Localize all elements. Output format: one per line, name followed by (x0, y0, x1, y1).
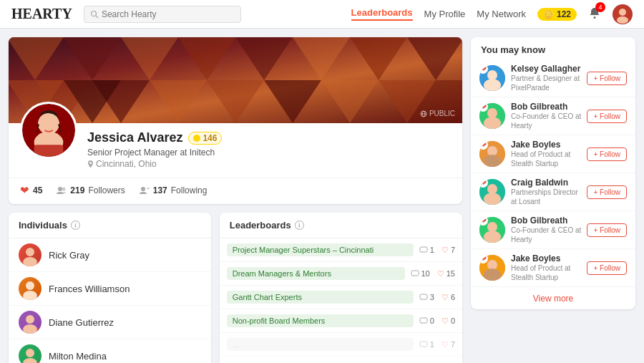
list-item: ❤ Jake Boyles Head of Product at Stealth… (471, 135, 635, 173)
follow-button[interactable]: + Follow (587, 147, 627, 161)
lb-comments: 3 (419, 293, 434, 301)
search-bar[interactable] (84, 6, 241, 23)
coin-count: 122 (557, 9, 571, 19)
svg-point-37 (26, 248, 34, 256)
ymk-avatar: ❤ (479, 179, 505, 205)
bottom-panels: Individuals i ❤ Rick Gray ❤ (9, 213, 462, 363)
heart-badge: ❤ (36, 326, 42, 334)
following-label: Following (171, 185, 208, 195)
list-item[interactable]: ❤ Milton Medina (9, 339, 211, 363)
individuals-info-icon[interactable]: i (71, 221, 80, 230)
ymk-header: You may know (471, 37, 635, 59)
list-item[interactable]: ❤ Diane Gutierrez (9, 306, 211, 339)
person-avatar: ❤ (19, 311, 42, 334)
svg-point-0 (91, 11, 96, 16)
search-input[interactable] (102, 9, 235, 19)
svg-rect-51 (411, 271, 419, 276)
ymk-role: Co-Founder & CEO at Hearty (511, 112, 581, 130)
ymk-role: Partner & Designer at PixelParade (511, 74, 581, 92)
heart-badge: ❤ (36, 293, 42, 300)
individuals-panel: Individuals i ❤ Rick Gray ❤ (9, 213, 211, 363)
person-name: Milton Medina (49, 351, 107, 362)
person-avatar: ❤ (19, 243, 42, 266)
svg-point-71 (487, 260, 497, 270)
lb-comment-count: 10 (421, 269, 430, 278)
lb-comment-count: 1 (430, 340, 434, 349)
following-stat: 137 Following (140, 185, 208, 195)
lb-hearts: ♡ 7 (441, 340, 455, 349)
ymk-name: Bob Gilbreath (511, 216, 581, 226)
list-item[interactable]: Project Manager Superstars – Cincinnati … (220, 238, 462, 262)
follow-button[interactable]: + Follow (587, 185, 627, 199)
svg-rect-54 (420, 342, 427, 347)
ymk-info: Craig Baldwin Partnerships Director at L… (511, 178, 581, 206)
ymk-role: Head of Product at Stealth Startup (511, 263, 581, 282)
nav-leaderboards[interactable]: Leaderboards (351, 7, 413, 21)
coin-icon: 🪙 (543, 9, 554, 19)
profile-stats: ❤ 45 219 Followers 137 Following (9, 178, 462, 204)
nav-my-network[interactable]: My Network (477, 9, 526, 19)
list-item[interactable]: ❤ Rick Gray (9, 238, 211, 272)
comment-icon (411, 270, 419, 278)
lb-heart-count: 7 (451, 340, 455, 349)
nav-my-profile[interactable]: My Profile (424, 9, 466, 19)
following-icon (140, 186, 150, 195)
heart-badge: ❤ (36, 360, 42, 363)
page-container: PUBLIC (0, 29, 644, 363)
svg-point-44 (23, 358, 37, 363)
ymk-info: Jake Boyles Head of Product at Stealth S… (511, 140, 581, 168)
person-name: Rick Gray (49, 250, 89, 261)
list-item: ❤ Bob Gilbreath Co-Founder & CEO at Hear… (471, 97, 635, 135)
list-item[interactable]: ... 1 ♡ 7 (220, 333, 462, 357)
coin-balance: 🪙 122 (537, 8, 577, 21)
notification-bell[interactable]: 4 (588, 6, 601, 21)
lb-comments: 0 (419, 316, 434, 325)
lb-stats: 1 ♡ 7 (419, 246, 455, 255)
profile-visibility: PUBLIC (420, 110, 455, 117)
heart-icon: ♡ (441, 340, 449, 349)
you-may-know-card: You may know ❤ Kelsey Gallagher Partner … (471, 37, 635, 309)
leaderboards-info-icon[interactable]: i (295, 221, 304, 230)
lb-label: Gantt Chart Experts (227, 291, 414, 304)
profile-avatar-img (22, 102, 75, 159)
follow-button[interactable]: + Follow (587, 223, 627, 237)
navbar-right: Leaderboards My Profile My Network 🪙 122… (351, 4, 633, 24)
list-item[interactable]: ❤ Frances Williamson (9, 272, 211, 306)
profile-name: Jessica Alvarez 146 (87, 130, 451, 145)
lb-label: Project Manager Superstars – Cincinnati (227, 243, 414, 256)
profile-coin-badge: 146 (188, 132, 222, 145)
profile-avatar-wrap (20, 102, 77, 159)
lb-comments: 1 (419, 340, 434, 349)
lb-hearts: ♡ 7 (441, 246, 455, 255)
follow-button[interactable]: + Follow (587, 72, 627, 85)
followers-icon (57, 186, 67, 195)
hearts-stat: ❤ 45 (20, 184, 42, 197)
lb-heart-count: 0 (451, 316, 455, 325)
lb-comment-count: 3 (430, 293, 434, 301)
ymk-role: Head of Product at Stealth Startup (511, 150, 581, 168)
leaderboards-list: Project Manager Superstars – Cincinnati … (220, 238, 462, 357)
user-avatar[interactable] (613, 4, 633, 24)
lb-hearts: ♡ 0 (441, 316, 455, 326)
follow-button[interactable]: + Follow (587, 110, 627, 123)
list-item[interactable]: Non-profit Board Members 0 ♡ 0 (220, 309, 462, 333)
profile-avatar (20, 102, 77, 159)
profile-title: Senior Project Manager at Initech (87, 147, 451, 158)
ymk-info: Bob Gilbreath Co-Founder & CEO at Hearty (511, 102, 581, 130)
following-count: 137 (153, 185, 167, 195)
ymk-avatar: ❤ (479, 217, 505, 243)
comment-icon (419, 317, 428, 325)
view-more-link[interactable]: View more (533, 294, 573, 304)
ymk-avatar: ❤ (479, 65, 505, 91)
svg-line-1 (96, 15, 98, 17)
follow-button[interactable]: + Follow (587, 261, 627, 275)
coin-dot (193, 135, 200, 142)
svg-point-35 (62, 188, 66, 191)
ymk-info: Jake Boyles Head of Product at Stealth S… (511, 253, 581, 282)
list-item[interactable]: Gantt Chart Experts 3 ♡ 6 (220, 286, 462, 309)
globe-icon (420, 110, 427, 117)
heart-badge: ❤ (36, 259, 42, 266)
list-item[interactable]: Dream Managers & Mentors 10 ♡ 15 (220, 262, 462, 286)
location-text: Cincinnati, Ohio (96, 159, 157, 169)
svg-point-40 (23, 291, 37, 300)
